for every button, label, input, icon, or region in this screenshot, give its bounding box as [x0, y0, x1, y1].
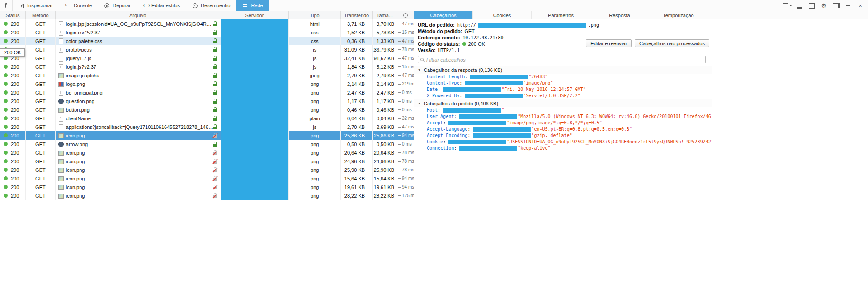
file-type-icon	[58, 38, 64, 44]
column-header-type[interactable]: Tipo	[289, 11, 341, 19]
header-item[interactable]: User-Agent: "Mozilla/5.0 (Windows NT 6.3…	[418, 114, 712, 120]
network-request-row[interactable]: 200 GET login.css?v2.37 css 1,52 KB 5,73…	[0, 28, 414, 37]
network-request-row[interactable]: 200 GET jquery1.7.js js 32,41 KB 91,67 K…	[0, 54, 414, 62]
content-type: png	[289, 140, 341, 148]
headers-filter-input[interactable]	[425, 57, 703, 63]
column-header-file[interactable]: Arquivo	[56, 11, 221, 19]
raw-headers-button[interactable]: Cabeçalhos não processados	[635, 39, 709, 47]
network-request-row[interactable]: 200 GET clientName plain 0,04 KB 0,04 KB…	[0, 114, 414, 123]
timeline-cell: 78 ms	[397, 45, 414, 54]
column-header-transferred[interactable]: Transferido	[341, 11, 373, 19]
network-request-row[interactable]: 200 GET icon.png png 28,22 KB 28,22 KB 1…	[0, 191, 414, 200]
network-request-row[interactable]: 200 GET login.js?v2.37 js 1,84 KB 5,12 K…	[0, 62, 414, 71]
split-console-icon[interactable]	[806, 1, 817, 10]
network-request-row[interactable]: 200 GET icon.png png 24,96 KB 24,96 KB 7…	[0, 157, 414, 166]
settings-gear-icon[interactable]	[818, 1, 829, 10]
security-lock-icon	[212, 193, 217, 199]
column-header-size[interactable]: Tama...	[373, 11, 397, 19]
dock-bottom-icon[interactable]	[794, 1, 805, 10]
file-cell: icon.png	[56, 131, 221, 140]
display-mode-dropdown-icon[interactable]	[782, 1, 793, 10]
timeline-value: 15 ms	[402, 30, 414, 35]
header-item[interactable]: Cookie: "JSESSIONID=UA_OG_o9uPpT92SCL_Mn…	[418, 139, 712, 145]
column-header-server[interactable]: Servidor	[220, 11, 289, 19]
network-request-row[interactable]: 200 GET bg_principal.png png 2,47 KB 2,4…	[0, 88, 414, 97]
tool-tab-console[interactable]: Console	[59, 0, 98, 11]
status-dot	[4, 168, 8, 172]
column-header-method[interactable]: Método	[26, 11, 56, 19]
header-item[interactable]: Connection: "keep-alive"	[418, 145, 712, 151]
network-request-row[interactable]: 200 GET icon.png png 15,64 KB 15,64 KB 9…	[0, 174, 414, 183]
tool-tab-performance[interactable]: Desempenho	[186, 0, 236, 11]
detail-tab-cookies[interactable]: Cookies	[473, 11, 532, 19]
network-request-row[interactable]: 200 GET applications?jsoncallback=jQuery…	[0, 123, 414, 131]
header-item[interactable]: Host: "	[418, 107, 712, 114]
tool-tab-label: Console	[74, 3, 92, 8]
detail-tab-resposta[interactable]: Resposta	[590, 11, 649, 19]
tool-tab-label: Desempenho	[201, 3, 230, 8]
host-redaction	[459, 114, 517, 119]
network-request-row[interactable]: 200 GET button.png png 0,46 KB 0,46 KB 0…	[0, 105, 414, 114]
tool-tab-styleeditor[interactable]: Editar estilos	[137, 0, 186, 11]
file-name: bg_principal.png	[66, 90, 103, 95]
request-method: GET	[26, 140, 56, 148]
network-request-row[interactable]: 200 GET icon.png png 25,86 KB 25,86 KB 9…	[0, 131, 414, 140]
pick-element-button[interactable]	[0, 0, 13, 11]
tool-tab-debugger[interactable]: Depurar	[98, 0, 137, 11]
detail-tab-cabecalhos[interactable]: Cabeçalhos	[414, 11, 473, 19]
section-header[interactable]: ▼ Cabeçalhos do pedido (0,406 KB)	[414, 99, 712, 107]
close-icon[interactable]	[855, 1, 866, 10]
tool-tab-network[interactable]: Rede	[236, 0, 269, 11]
section-items: Host: " User-Agent: "Mozilla/5.0 (Window…	[418, 107, 712, 151]
tool-tab-inspector[interactable]: Inspecionar	[13, 0, 59, 11]
tool-tab-label: Rede	[251, 3, 263, 8]
detail-tab-temporizacao[interactable]: Temporização	[649, 11, 708, 19]
column-header-timeline[interactable]	[397, 11, 414, 19]
network-request-row[interactable]: 200 GET prototype.js js 31,09 KB 136,79 …	[0, 45, 414, 54]
status-label: Código do status:	[418, 41, 460, 47]
security-lock-icon	[212, 159, 217, 164]
server-column-redaction	[221, 19, 288, 200]
dock-side-icon[interactable]	[830, 1, 841, 10]
file-name: icon.png	[66, 133, 85, 138]
transferred-size: 2,70 KB	[341, 123, 373, 131]
network-request-row[interactable]: 200 GET icon.png png 25,90 KB 25,90 KB 7…	[0, 166, 414, 174]
timeline-value: 47 ms	[402, 124, 414, 129]
network-request-row[interactable]: 200 GET icon.png png 20,64 KB 20,64 KB 7…	[0, 148, 414, 157]
request-method: GET	[26, 123, 56, 131]
console-icon	[65, 3, 71, 8]
file-name: question.png	[66, 99, 94, 104]
header-item[interactable]: Accept-Language: "en-US,pt-BR;q=0.8,pt;q…	[418, 126, 712, 133]
network-request-row[interactable]: 200 GET logo.png png 2,14 KB 2,14 KB 219…	[0, 80, 414, 88]
header-item[interactable]: Accept-Encoding: "gzip, deflate"	[418, 133, 712, 139]
section-header[interactable]: ▼ Cabeçalhos da resposta (0,136 KB)	[414, 66, 712, 74]
header-item[interactable]: X-Powered-By: "Servlet/3.0 JSP/2.2"	[418, 93, 712, 99]
detail-tab-parametros[interactable]: Parâmetros	[532, 11, 590, 19]
timeline-cell: 47 ms	[397, 37, 414, 45]
file-name: image.jcaptcha	[66, 73, 99, 78]
header-item[interactable]: Accept: "image/png,image/*;q=0.8,*/*;q=0…	[418, 120, 712, 126]
timeline-cell: 47 ms	[397, 123, 414, 131]
header-item[interactable]: Content-Length: "26483"	[418, 74, 712, 80]
file-type-icon	[58, 150, 64, 156]
network-request-row[interactable]: 200 GET arrow.png png 0,50 KB 0,50 KB 0 …	[0, 140, 414, 148]
column-label: Método	[32, 13, 49, 18]
column-header-status[interactable]: Status	[0, 11, 26, 19]
styleeditor-icon	[143, 3, 149, 8]
content-type: png	[289, 166, 341, 174]
security-lock-icon	[212, 30, 217, 35]
network-request-row[interactable]: 200 GET image.jcaptcha jpeg 2,79 KB 2,79…	[0, 71, 414, 80]
security-lock-icon	[212, 21, 217, 27]
network-request-row[interactable]: 200 GET question.png png 1,17 KB 1,17 KB…	[0, 97, 414, 105]
network-request-row[interactable]: 200 GET color-palette.css css 0,36 KB 1,…	[0, 37, 414, 45]
edit-resend-button[interactable]: Editar e reenviar	[586, 39, 632, 47]
file-type-icon	[58, 141, 64, 147]
minimize-icon[interactable]	[843, 1, 854, 10]
network-request-row[interactable]: 200 GET icon.png png 19,61 KB 19,61 KB 9…	[0, 183, 414, 191]
header-item[interactable]: Date: "Fri, 20 May 2016 12:24:57 GMT"	[418, 86, 712, 93]
network-request-row[interactable]: 200 GET login.jsp;jsessionid=UA_OG_o9uPp…	[0, 19, 414, 28]
security-lock-icon	[212, 56, 217, 61]
header-item[interactable]: Content-Type: "image/png"	[418, 80, 712, 86]
http-version-row: Versão: HTTP/1.1	[418, 47, 709, 53]
status-code: 200	[11, 21, 19, 27]
